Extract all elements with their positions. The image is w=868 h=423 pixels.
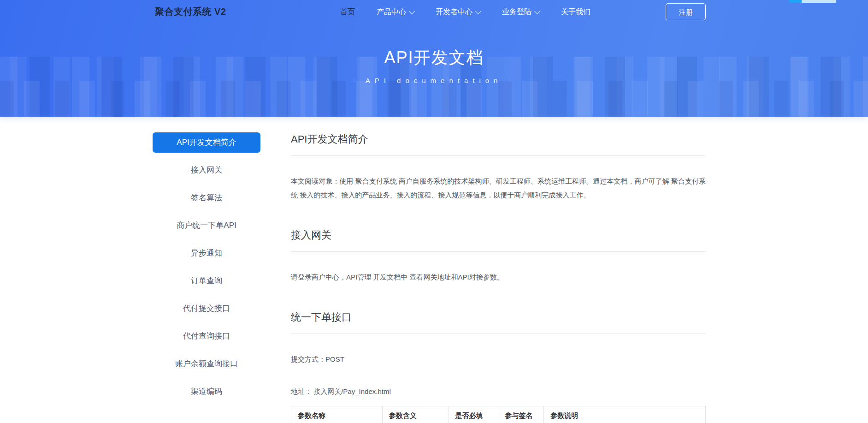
site-logo[interactable]: 聚合支付系统 V2 xyxy=(155,6,226,18)
col-required: 是否必填 xyxy=(449,406,498,423)
main-nav: 首页 产品中心 开发者中心 业务登陆 关于我们 xyxy=(340,7,590,17)
nav-item-label: 开发者中心 xyxy=(436,7,472,17)
nav-item-label: 首页 xyxy=(340,7,355,17)
chevron-down-icon xyxy=(475,8,481,14)
sidebar-item-payout-query[interactable]: 代付查询接口 xyxy=(153,326,260,346)
col-param-meaning: 参数含义 xyxy=(382,406,449,423)
nav-item-developer-center[interactable]: 开发者中心 xyxy=(436,7,480,17)
section-api-doc-intro: API开发文档简介 本文阅读对象：使用 聚合支付系统 商户自服务系统的技术架构师… xyxy=(291,132,706,202)
hero-banner: API开发文档 - API documentation - xyxy=(0,47,868,84)
nav-item-products[interactable]: 产品中心 xyxy=(377,7,414,17)
nav-item-label: 关于我们 xyxy=(561,7,590,17)
sidebar-item-payout-submit[interactable]: 代付提交接口 xyxy=(153,298,260,319)
loading-progress-bar xyxy=(789,0,836,3)
register-button[interactable]: 注册 xyxy=(666,3,706,20)
table-header-row: 参数名称 参数含义 是否必填 参与签名 参数说明 xyxy=(291,406,706,423)
col-description: 参数说明 xyxy=(544,406,706,423)
chevron-down-icon xyxy=(409,8,415,14)
sidebar-item-gateway[interactable]: 接入网关 xyxy=(153,160,260,180)
section-unified-order: 统一下单接口 提交方式：POST 地址： 接入网关/Pay_Index.html… xyxy=(291,310,706,423)
sidebar-item-channel-codes[interactable]: 渠道编码 xyxy=(153,381,260,402)
page-title: API开发文档 xyxy=(0,47,868,69)
progress-segment-track xyxy=(802,0,836,3)
sidebar-item-api-doc-intro[interactable]: API开发文档简介 xyxy=(153,132,260,153)
section-paragraph: 本文阅读对象：使用 聚合支付系统 商户自服务系统的技术架构师、研发工程师、系统运… xyxy=(291,174,706,202)
page-subtitle: - API documentation - xyxy=(0,77,868,84)
doc-sidebar: API开发文档简介 接入网关 签名算法 商户统一下单API 异步通知 订单查询 … xyxy=(153,132,260,423)
sidebar-item-balance-query[interactable]: 账户余额查询接口 xyxy=(153,354,260,374)
section-heading: 接入网关 xyxy=(291,228,706,252)
section-heading: 统一下单接口 xyxy=(291,310,706,334)
content-area: API开发文档简介 接入网关 签名算法 商户统一下单API 异步通知 订单查询 … xyxy=(0,117,868,423)
progress-segment-done xyxy=(789,0,802,3)
col-param-name: 参数名称 xyxy=(291,406,383,423)
nav-item-about-us[interactable]: 关于我们 xyxy=(561,7,590,17)
params-table: 参数名称 参数含义 是否必填 参与签名 参数说明 pay_memberid 商户… xyxy=(291,406,706,423)
gateway-address-line: 地址： 接入网关/Pay_Index.html xyxy=(291,385,706,399)
nav-item-home[interactable]: 首页 xyxy=(340,7,355,17)
sidebar-item-async-notify[interactable]: 异步通知 xyxy=(153,243,260,263)
page-header: 聚合支付系统 V2 首页 产品中心 开发者中心 业务登陆 关于我们 注册 API… xyxy=(0,0,868,117)
section-paragraph: 请登录商户中心，API管理 开发文档中 查看网关地址和API对接参数。 xyxy=(291,270,706,284)
section-gateway: 接入网关 请登录商户中心，API管理 开发文档中 查看网关地址和API对接参数。 xyxy=(291,228,706,284)
nav-item-label: 产品中心 xyxy=(377,7,406,17)
nav-item-business-login[interactable]: 业务登陆 xyxy=(502,7,539,17)
nav-item-label: 业务登陆 xyxy=(502,7,531,17)
doc-main: API开发文档简介 本文阅读对象：使用 聚合支付系统 商户自服务系统的技术架构师… xyxy=(291,132,706,423)
sidebar-item-merchant-unified-order-api[interactable]: 商户统一下单API xyxy=(153,215,260,236)
sidebar-item-order-query[interactable]: 订单查询 xyxy=(153,271,260,291)
section-heading: API开发文档简介 xyxy=(291,132,706,156)
city-skyline-decoration-2 xyxy=(0,81,868,117)
sidebar-item-signature-algorithm[interactable]: 签名算法 xyxy=(153,188,260,208)
col-signed: 参与签名 xyxy=(498,406,544,423)
submit-method-line: 提交方式：POST xyxy=(291,352,706,366)
chevron-down-icon xyxy=(534,8,540,14)
